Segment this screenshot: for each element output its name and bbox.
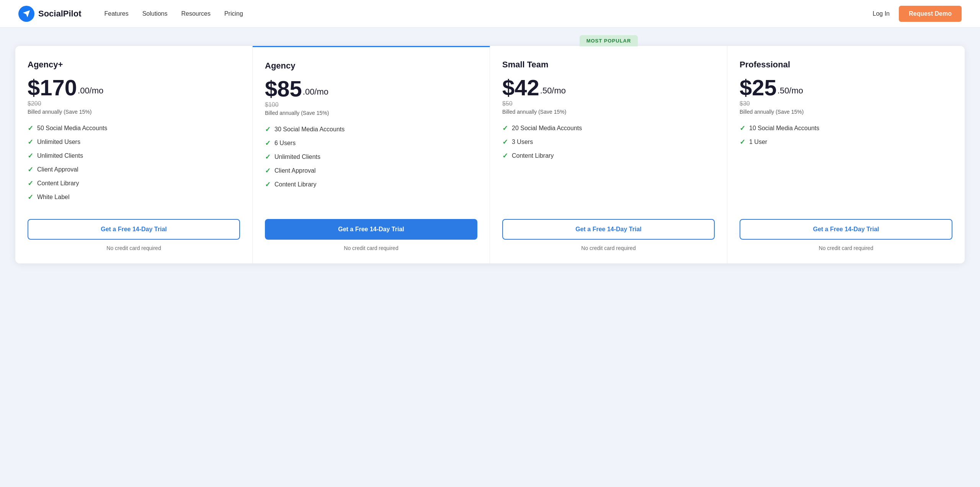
- login-button[interactable]: Log In: [872, 10, 889, 17]
- price-row-small-team: $42 .50/mo: [502, 77, 715, 99]
- price-row-agency-plus: $170 .00/mo: [28, 77, 240, 99]
- feature-item: ✓50 Social Media Accounts: [28, 124, 240, 132]
- trial-btn-small-team[interactable]: Get a Free 14-Day Trial: [502, 219, 715, 240]
- price-note-agency-plus: Billed annually (Save 15%): [28, 109, 240, 115]
- nav-features[interactable]: Features: [104, 10, 128, 17]
- main-content: MOST POPULAR Agency+ $170 .00/mo $200 Bi…: [0, 28, 980, 286]
- no-cc-agency: No credit card required: [265, 245, 477, 251]
- feature-item: ✓20 Social Media Accounts: [502, 124, 715, 132]
- plan-name-agency: Agency: [265, 61, 477, 71]
- feature-item: ✓Client Approval: [265, 167, 477, 175]
- feature-item: ✓3 Users: [502, 138, 715, 146]
- check-icon: ✓: [740, 124, 745, 132]
- price-original-agency: $100: [265, 101, 477, 108]
- price-original-small-team: $50: [502, 100, 715, 107]
- navbar: SocialPilot Features Solutions Resources…: [0, 0, 980, 28]
- no-cc-professional: No credit card required: [740, 245, 952, 251]
- check-icon: ✓: [265, 125, 271, 134]
- price-big-agency-plus: $170: [28, 77, 77, 99]
- feature-item: ✓10 Social Media Accounts: [740, 124, 952, 132]
- price-cents-professional: .50/mo: [777, 86, 803, 96]
- price-big-professional: $25: [740, 77, 777, 99]
- price-row-professional: $25 .50/mo: [740, 77, 952, 99]
- feature-item: ✓Client Approval: [28, 165, 240, 174]
- price-cents-small-team: .50/mo: [540, 86, 566, 96]
- price-cents-agency-plus: .00/mo: [78, 86, 103, 96]
- price-note-small-team: Billed annually (Save 15%): [502, 109, 715, 115]
- price-original-professional: $30: [740, 100, 952, 107]
- check-icon: ✓: [28, 193, 33, 201]
- price-big-small-team: $42: [502, 77, 539, 99]
- nav-right: Log In Request Demo: [872, 6, 962, 22]
- price-note-professional: Billed annually (Save 15%): [740, 109, 952, 115]
- feature-item: ✓Content Library: [28, 179, 240, 188]
- check-icon: ✓: [28, 152, 33, 160]
- feature-item: ✓1 User: [740, 138, 952, 146]
- logo-text: SocialPilot: [38, 9, 81, 19]
- plan-agency: Agency $85 .00/mo $100 Billed annually (…: [253, 46, 490, 263]
- feature-item: ✓Unlimited Clients: [265, 153, 477, 161]
- nav-resources[interactable]: Resources: [181, 10, 210, 17]
- price-big-agency: $85: [265, 78, 302, 100]
- check-icon: ✓: [265, 139, 271, 147]
- features-list-small-team: ✓20 Social Media Accounts ✓3 Users ✓Cont…: [502, 124, 715, 207]
- pricing-grid: Agency+ $170 .00/mo $200 Billed annually…: [15, 46, 965, 263]
- feature-item: ✓Unlimited Users: [28, 138, 240, 146]
- price-cents-agency: .00/mo: [303, 87, 328, 97]
- check-icon: ✓: [265, 153, 271, 161]
- check-icon: ✓: [28, 179, 33, 188]
- check-icon: ✓: [28, 138, 33, 146]
- plan-name-agency-plus: Agency+: [28, 60, 240, 70]
- check-icon: ✓: [502, 124, 508, 132]
- check-icon: ✓: [265, 167, 271, 175]
- check-icon: ✓: [502, 138, 508, 146]
- plan-name-small-team: Small Team: [502, 60, 715, 70]
- no-cc-small-team: No credit card required: [502, 245, 715, 251]
- check-icon: ✓: [265, 180, 271, 189]
- features-list-agency-plus: ✓50 Social Media Accounts ✓Unlimited Use…: [28, 124, 240, 207]
- check-icon: ✓: [28, 165, 33, 174]
- price-note-agency: Billed annually (Save 15%): [265, 110, 477, 116]
- plan-name-professional: Professional: [740, 60, 952, 70]
- price-row-agency: $85 .00/mo: [265, 78, 477, 100]
- feature-item: ✓6 Users: [265, 139, 477, 147]
- most-popular-wrapper: MOST POPULAR: [15, 35, 965, 46]
- check-icon: ✓: [740, 138, 745, 146]
- plan-professional: Professional $25 .50/mo $30 Billed annua…: [727, 46, 965, 263]
- feature-item: ✓Content Library: [502, 152, 715, 160]
- trial-btn-agency[interactable]: Get a Free 14-Day Trial: [265, 219, 477, 240]
- feature-item: ✓Unlimited Clients: [28, 152, 240, 160]
- most-popular-badge: MOST POPULAR: [580, 35, 638, 46]
- check-icon: ✓: [28, 124, 33, 132]
- request-demo-button[interactable]: Request Demo: [899, 6, 962, 22]
- logo-svg: [22, 10, 31, 18]
- check-icon: ✓: [502, 152, 508, 160]
- feature-item: ✓30 Social Media Accounts: [265, 125, 477, 134]
- no-cc-agency-plus: No credit card required: [28, 245, 240, 251]
- nav-solutions[interactable]: Solutions: [142, 10, 168, 17]
- nav-pricing[interactable]: Pricing: [224, 10, 243, 17]
- plan-small-team: Small Team $42 .50/mo $50 Billed annuall…: [490, 46, 727, 263]
- trial-btn-professional[interactable]: Get a Free 14-Day Trial: [740, 219, 952, 240]
- plan-agency-plus: Agency+ $170 .00/mo $200 Billed annually…: [15, 46, 253, 263]
- price-original-agency-plus: $200: [28, 100, 240, 107]
- trial-btn-agency-plus[interactable]: Get a Free 14-Day Trial: [28, 219, 240, 240]
- feature-item: ✓Content Library: [265, 180, 477, 189]
- features-list-agency: ✓30 Social Media Accounts ✓6 Users ✓Unli…: [265, 125, 477, 207]
- logo-area: SocialPilot: [18, 6, 81, 22]
- feature-item: ✓White Label: [28, 193, 240, 201]
- logo-icon: [18, 6, 34, 22]
- nav-links: Features Solutions Resources Pricing: [104, 10, 872, 17]
- features-list-professional: ✓10 Social Media Accounts ✓1 User: [740, 124, 952, 207]
